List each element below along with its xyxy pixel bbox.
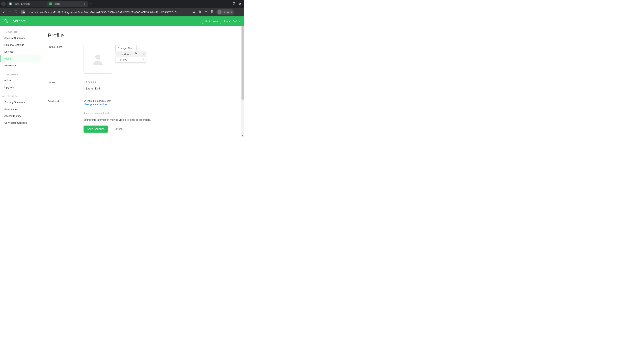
full-name-input[interactable] <box>84 85 175 92</box>
tab-close-icon[interactable]: × <box>44 2 45 5</box>
brand[interactable]: Evernote <box>4 18 26 24</box>
nav-forward-icon <box>8 10 12 14</box>
sidebar-item-devices[interactable]: Devices <box>0 48 41 55</box>
sidebar-item-points[interactable]: Points <box>0 77 41 84</box>
sidebar-item-applications[interactable]: Applications <box>0 106 41 112</box>
lock-icon <box>2 95 4 98</box>
extensions-icon[interactable] <box>198 10 202 14</box>
sidebar-heading-security: SECURITY <box>0 94 41 99</box>
menu-remove[interactable]: Remove <box>116 57 146 62</box>
email-address-label: Email address <box>48 99 84 133</box>
window-close-icon[interactable]: ✕ <box>239 2 241 5</box>
nav-back-icon[interactable] <box>2 10 6 14</box>
page-title: Profile <box>48 32 244 39</box>
nav-reload-icon[interactable] <box>14 10 18 14</box>
scrollbar-thumb[interactable] <box>242 26 244 99</box>
address-bar[interactable]: evernote.com/secure/ProfileSettings.acti… <box>28 10 190 14</box>
sidebar-item-account-summary[interactable]: Account Summary <box>0 34 41 41</box>
avatar-placeholder-icon <box>90 51 105 67</box>
sidebar-item-personal-settings[interactable]: Personal Settings <box>0 41 41 48</box>
go-to-notes-button[interactable]: Go to notes <box>202 18 221 24</box>
contact-label: Contact <box>48 81 84 92</box>
browser-menu-icon[interactable]: ⋮ <box>238 10 242 14</box>
window-minimize-icon[interactable]: － <box>225 2 228 5</box>
visibility-note: Your profile information may be visible … <box>84 118 244 121</box>
save-button[interactable]: Save Changes <box>84 125 108 133</box>
chevron-down-icon <box>143 59 144 60</box>
svg-point-7 <box>95 55 100 60</box>
sidebar-item-upgrade[interactable]: Upgrade <box>0 84 41 91</box>
evernote-logo-icon <box>4 18 9 24</box>
scroll-down-icon[interactable] <box>242 135 244 136</box>
browser-toolbar: ⇆ evernote.com/secure/ProfileSettings.ac… <box>0 8 244 16</box>
site-info-icon[interactable]: ⇆ <box>21 10 25 14</box>
change-photo-label: Change Photo <box>116 47 136 50</box>
svg-rect-1 <box>22 12 24 12</box>
change-photo-button[interactable]: Change Photo Upload New Remove <box>116 45 142 51</box>
sidebar-item-connected-services[interactable]: Connected Services <box>0 119 41 126</box>
incognito-icon <box>218 10 222 14</box>
browser-tab[interactable]: Profile × <box>47 1 88 7</box>
menu-upload-new[interactable]: Upload New <box>116 51 146 57</box>
main-content: Profile Profile Photo Change Photo <box>41 26 244 137</box>
sidebar-item-security-summary[interactable]: Security Summary <box>0 99 41 106</box>
full-name-label: Full name ✱ <box>84 81 244 83</box>
cancel-button[interactable]: Cancel <box>114 128 122 131</box>
evernote-favicon-icon <box>9 2 12 5</box>
new-tab-button[interactable]: + <box>88 2 94 6</box>
sidebar-item-access-history[interactable]: Access History <box>0 112 41 119</box>
bookmark-star-icon[interactable] <box>192 10 196 14</box>
svg-point-5 <box>3 31 4 32</box>
svg-rect-6 <box>2 96 4 97</box>
svg-rect-4 <box>212 10 212 13</box>
user-icon <box>2 31 4 33</box>
user-menu[interactable]: Lauren Deli <box>224 20 240 23</box>
svg-rect-3 <box>211 10 213 13</box>
incognito-chip[interactable]: Incognito <box>216 9 234 15</box>
profile-photo-placeholder <box>84 45 112 73</box>
change-email-link[interactable]: Change email address <box>84 103 109 106</box>
app-header: Evernote Go to notes Lauren Deli <box>0 16 244 26</box>
tab-title: Profile <box>54 3 82 5</box>
user-name: Lauren Deli <box>224 20 237 23</box>
required-note: ✱ denotes required field. <box>84 112 244 115</box>
chevron-down-icon <box>136 45 142 51</box>
chevron-down-icon <box>239 21 240 22</box>
email-value: 6d44f5c4@moodjoy.com <box>84 99 244 102</box>
reading-list-icon[interactable] <box>210 10 214 14</box>
tab-title: Home - Evernote <box>14 3 42 5</box>
tab-close-icon[interactable]: × <box>84 2 86 5</box>
browser-tab[interactable]: Home - Evernote × <box>7 1 47 7</box>
sidebar-heading-account: ACCOUNT <box>0 29 41 34</box>
brand-name: Evernote <box>11 19 26 23</box>
tab-strip: Home - Evernote × Profile × + － ✕ <box>0 0 244 8</box>
downloads-icon[interactable] <box>204 10 208 14</box>
sidebar-item-profile[interactable]: Profile <box>0 55 41 62</box>
incognito-label: Incognito <box>223 11 232 13</box>
svg-rect-0 <box>233 3 234 4</box>
evernote-favicon-icon <box>49 2 52 5</box>
svg-rect-2 <box>22 12 24 12</box>
window-restore-icon[interactable] <box>232 2 235 5</box>
profile-photo-label: Profile Photo <box>48 45 84 73</box>
vertical-scrollbar[interactable] <box>241 26 244 137</box>
tab-search-button[interactable] <box>1 1 6 6</box>
chevron-up-icon <box>143 54 144 54</box>
sidebar: ACCOUNT Account Summary Personal Setting… <box>0 26 41 137</box>
sidebar-heading-getmore: GET MORE <box>0 72 41 77</box>
sidebar-item-reminders[interactable]: Reminders <box>0 62 41 69</box>
change-photo-menu: Upload New Remove <box>116 51 146 62</box>
arrow-up-icon <box>2 73 4 76</box>
